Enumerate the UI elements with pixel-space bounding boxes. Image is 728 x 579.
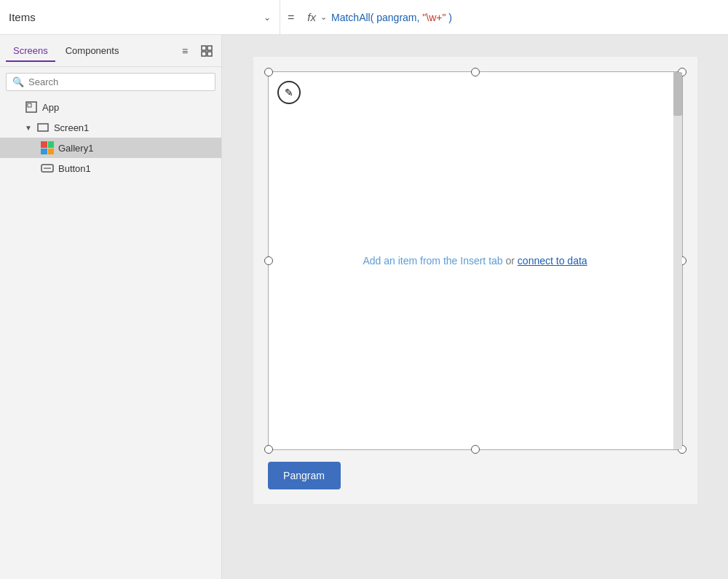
tree-item-button1[interactable]: Button1 bbox=[0, 158, 221, 178]
main-area: Screens Components ≡ 🔍 bbox=[0, 35, 728, 579]
button1-label: Button1 bbox=[58, 163, 91, 174]
property-label: Items bbox=[9, 11, 258, 23]
sidebar-tabs: Screens Components ≡ bbox=[0, 35, 221, 67]
collapse-arrow-icon[interactable]: ▼ bbox=[25, 124, 32, 132]
svg-rect-2 bbox=[202, 52, 206, 56]
formula-bar[interactable]: fx ⌄ MatchAll( pangram, "\w+" ) bbox=[301, 11, 728, 23]
search-icon: 🔍 bbox=[12, 76, 24, 87]
svg-rect-3 bbox=[207, 52, 212, 56]
gallery-placeholder: Add an item from the Insert tab or conne… bbox=[363, 255, 587, 267]
sidebar-tab-icons: ≡ bbox=[176, 42, 215, 60]
handle-bottom-center[interactable] bbox=[471, 445, 480, 454]
handle-bottom-left[interactable] bbox=[264, 445, 273, 454]
formula-text: MatchAll( pangram, "\w+" ) bbox=[331, 12, 722, 23]
fx-icon: fx bbox=[307, 11, 316, 23]
dropdown-arrow-icon: ⌄ bbox=[264, 12, 271, 23]
gallery-placeholder-or: or bbox=[506, 255, 518, 267]
pangram-button[interactable]: Pangram bbox=[268, 462, 341, 489]
equals-sign: = bbox=[280, 11, 301, 24]
app-icon bbox=[25, 101, 38, 114]
edit-pencil-button[interactable]: ✎ bbox=[277, 81, 301, 104]
handle-top-center[interactable] bbox=[471, 68, 480, 76]
tab-screens[interactable]: Screens bbox=[6, 41, 55, 62]
screen-icon bbox=[36, 121, 50, 134]
button-icon bbox=[41, 162, 54, 175]
tab-components[interactable]: Components bbox=[58, 41, 127, 62]
handle-middle-left[interactable] bbox=[264, 256, 273, 265]
svg-rect-1 bbox=[207, 46, 212, 50]
tree-item-screen1[interactable]: ▼ Screen1 bbox=[0, 117, 221, 138]
gallery-scrollbar[interactable] bbox=[673, 72, 682, 449]
formula-chevron-icon: ⌄ bbox=[320, 12, 327, 22]
app-label: App bbox=[42, 102, 59, 113]
handle-top-left[interactable] bbox=[264, 68, 273, 76]
gallery-placeholder-link[interactable]: connect to data bbox=[518, 255, 587, 267]
svg-rect-6 bbox=[38, 124, 48, 131]
scrollbar-thumb bbox=[673, 72, 682, 116]
gallery1-label: Gallery1 bbox=[58, 143, 93, 154]
screen-frame: ✎ Add an item from the Insert tab or con… bbox=[253, 57, 697, 504]
search-input[interactable] bbox=[28, 76, 209, 87]
canvas-content: ✎ Add an item from the Insert tab or con… bbox=[222, 35, 728, 579]
svg-rect-5 bbox=[28, 103, 31, 107]
formula-string: "\w+" bbox=[422, 12, 446, 23]
tree-item-app[interactable]: App bbox=[0, 97, 221, 117]
search-box: 🔍 bbox=[6, 73, 215, 91]
canvas-area[interactable]: ✎ Add an item from the Insert tab or con… bbox=[222, 35, 728, 579]
property-dropdown[interactable]: Items ⌄ bbox=[0, 0, 280, 34]
svg-rect-0 bbox=[202, 46, 206, 50]
gallery-icon bbox=[41, 141, 54, 154]
screen1-label: Screen1 bbox=[54, 122, 89, 133]
grid-view-icon[interactable] bbox=[198, 42, 215, 60]
top-bar: Items ⌄ = fx ⌄ MatchAll( pangram, "\w+" … bbox=[0, 0, 728, 35]
gallery-placeholder-text: Add an item from the Insert tab bbox=[363, 255, 502, 267]
list-view-icon[interactable]: ≡ bbox=[176, 42, 194, 60]
tree-item-gallery1[interactable]: Gallery1 bbox=[0, 138, 221, 158]
sidebar: Screens Components ≡ 🔍 bbox=[0, 35, 222, 579]
gallery1-element[interactable]: ✎ Add an item from the Insert tab or con… bbox=[268, 71, 683, 450]
